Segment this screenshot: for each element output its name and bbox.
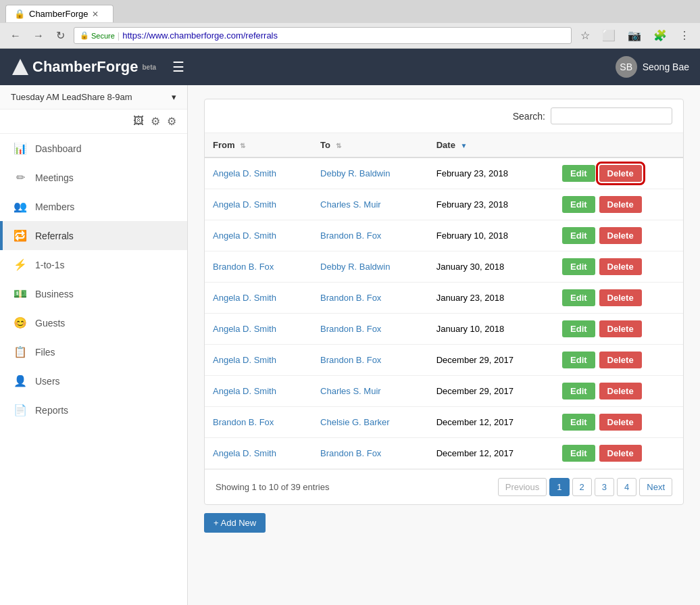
to-cell[interactable]: Brandon B. Fox — [312, 283, 428, 314]
sidebar-item-referrals[interactable]: 🔁 Referrals — [0, 221, 187, 250]
edit-button[interactable]: Edit — [562, 414, 595, 431]
sidebar-table-icon[interactable]: 🖼 — [133, 115, 144, 128]
previous-button[interactable]: Previous — [498, 478, 547, 496]
business-icon: 💵 — [14, 287, 27, 300]
edit-button[interactable]: Edit — [562, 383, 595, 400]
forward-button[interactable]: → — [30, 28, 47, 43]
extension-button[interactable]: 🧩 — [650, 28, 670, 43]
main-content: Search: From To — [188, 85, 700, 605]
table-row: Angela D. SmithBrandon B. FoxDecember 12… — [205, 438, 683, 469]
delete-button[interactable]: Delete — [599, 414, 642, 431]
from-sort-icon — [240, 140, 245, 150]
sidebar-group-header[interactable]: Tuesday AM LeadShare 8-9am ▾ — [0, 85, 187, 110]
address-input[interactable]: 🔒 Secure | https://www.chamberforge.com/… — [74, 27, 572, 44]
delete-button[interactable]: Delete — [599, 320, 642, 337]
delete-button[interactable]: Delete — [599, 165, 642, 182]
bookmark-button[interactable]: ☆ — [577, 28, 593, 43]
reload-button[interactable]: ↻ — [53, 28, 68, 43]
active-tab[interactable]: 🔒 ChamberForge ✕ — [5, 5, 114, 22]
from-cell[interactable]: Brandon B. Fox — [205, 251, 312, 283]
sidebar-config-icon[interactable]: ⚙ — [167, 115, 176, 128]
page-1-button[interactable]: 1 — [549, 478, 569, 496]
showing-text: Showing 1 to 10 of 39 entries — [216, 482, 329, 492]
from-cell[interactable]: Angela D. Smith — [205, 376, 312, 407]
edit-button[interactable]: Edit — [562, 258, 595, 275]
sidebar-item-files[interactable]: 📋 Files — [0, 337, 187, 366]
sidebar-item-1to1s[interactable]: ⚡ 1-to-1s — [0, 250, 187, 279]
table-footer: Showing 1 to 10 of 39 entries Previous 1… — [205, 469, 683, 504]
col-to[interactable]: To — [312, 133, 428, 158]
page-3-button[interactable]: 3 — [595, 478, 614, 496]
to-cell[interactable]: Charles S. Muir — [312, 376, 428, 407]
search-input[interactable] — [551, 107, 672, 124]
edit-button[interactable]: Edit — [562, 165, 595, 182]
table-row: Angela D. SmithDebby R. BaldwinFebruary … — [205, 158, 683, 189]
hamburger-menu[interactable]: ☰ — [172, 59, 184, 75]
sidebar-settings-icon[interactable]: ⚙ — [151, 115, 160, 128]
delete-button[interactable]: Delete — [599, 258, 642, 275]
from-cell[interactable]: Angela D. Smith — [205, 158, 312, 189]
sidebar-item-reports[interactable]: 📄 Reports — [0, 395, 187, 425]
dashboard-label: Dashboard — [35, 143, 82, 154]
col-from[interactable]: From — [205, 133, 312, 158]
referrals-table-container: Search: From To — [204, 99, 684, 505]
to-cell[interactable]: Brandon B. Fox — [312, 345, 428, 376]
page-2-button[interactable]: 2 — [572, 478, 592, 496]
date-cell: February 23, 2018 — [428, 189, 554, 220]
from-cell[interactable]: Angela D. Smith — [205, 345, 312, 376]
table-body: Angela D. SmithDebby R. BaldwinFebruary … — [205, 158, 683, 469]
sidebar-item-meetings[interactable]: ✏ Meetings — [0, 163, 187, 192]
to-cell[interactable]: Debby R. Baldwin — [312, 251, 428, 283]
edit-button[interactable]: Edit — [562, 445, 595, 462]
to-cell[interactable]: Debby R. Baldwin — [312, 158, 428, 189]
user-avatar: SB — [616, 56, 637, 78]
to-cell[interactable]: Chelsie G. Barker — [312, 407, 428, 438]
sidebar-icons: 🖼 ⚙ ⚙ — [0, 110, 187, 134]
edit-button[interactable]: Edit — [562, 227, 595, 244]
edit-button[interactable]: Edit — [562, 196, 595, 213]
business-label: Business — [35, 289, 74, 299]
delete-button[interactable]: Delete — [599, 227, 642, 244]
from-cell[interactable]: Angela D. Smith — [205, 283, 312, 314]
sidebar: Tuesday AM LeadShare 8-9am ▾ 🖼 ⚙ ⚙ 📊 Das… — [0, 85, 188, 605]
col-date[interactable]: Date — [428, 133, 554, 158]
sidebar-item-dashboard[interactable]: 📊 Dashboard — [0, 134, 187, 163]
delete-button[interactable]: Delete — [599, 445, 642, 462]
1to1s-label: 1-to-1s — [35, 260, 65, 270]
sidebar-item-members[interactable]: 👥 Members — [0, 192, 187, 221]
app-body: Tuesday AM LeadShare 8-9am ▾ 🖼 ⚙ ⚙ 📊 Das… — [0, 85, 700, 605]
action-cell: EditDelete — [554, 376, 683, 407]
to-sort-icon — [336, 140, 341, 150]
to-cell[interactable]: Charles S. Muir — [312, 189, 428, 220]
to-cell[interactable]: Brandon B. Fox — [312, 314, 428, 345]
date-cell: December 29, 2017 — [428, 376, 554, 407]
sidebar-item-guests[interactable]: 😊 Guests — [0, 308, 187, 337]
add-new-button[interactable]: + Add New — [204, 513, 266, 533]
from-cell[interactable]: Angela D. Smith — [205, 220, 312, 251]
tab-close-button[interactable]: ✕ — [92, 9, 99, 19]
screenshot-button[interactable]: ⬜ — [599, 28, 619, 43]
from-cell[interactable]: Angela D. Smith — [205, 438, 312, 469]
delete-button[interactable]: Delete — [599, 196, 642, 213]
to-cell[interactable]: Brandon B. Fox — [312, 220, 428, 251]
camera-button[interactable]: 📷 — [624, 28, 645, 43]
page-4-button[interactable]: 4 — [617, 478, 636, 496]
delete-button[interactable]: Delete — [599, 289, 642, 306]
sidebar-item-users[interactable]: 👤 Users — [0, 366, 187, 395]
back-button[interactable]: ← — [7, 28, 24, 43]
from-cell[interactable]: Angela D. Smith — [205, 189, 312, 220]
sidebar-item-business[interactable]: 💵 Business — [0, 279, 187, 308]
menu-button[interactable]: ⋮ — [676, 28, 693, 43]
from-cell[interactable]: Brandon B. Fox — [205, 407, 312, 438]
next-button[interactable]: Next — [639, 478, 672, 496]
from-cell[interactable]: Angela D. Smith — [205, 314, 312, 345]
edit-button[interactable]: Edit — [562, 289, 595, 306]
edit-button[interactable]: Edit — [562, 320, 595, 337]
action-cell: EditDelete — [554, 283, 683, 314]
user-menu[interactable]: SB Seong Bae — [616, 56, 689, 78]
sidebar-group-label: Tuesday AM LeadShare 8-9am — [11, 92, 132, 102]
delete-button[interactable]: Delete — [599, 383, 642, 400]
to-cell[interactable]: Brandon B. Fox — [312, 438, 428, 469]
edit-button[interactable]: Edit — [562, 352, 595, 368]
delete-button[interactable]: Delete — [599, 352, 642, 368]
